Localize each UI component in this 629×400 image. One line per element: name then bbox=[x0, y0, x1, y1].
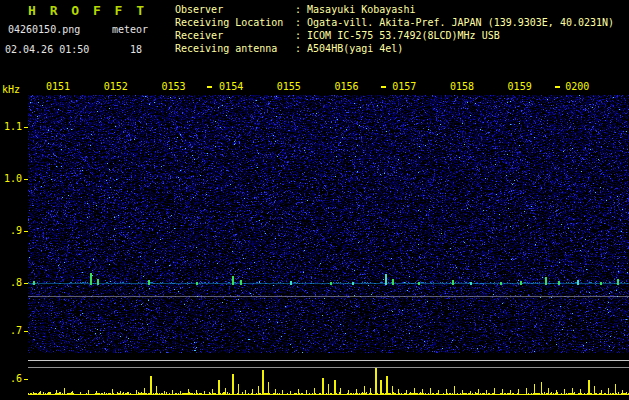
station-separator: : bbox=[295, 4, 307, 15]
station-info: Observer: Masayuki KobayashiReceiving Lo… bbox=[175, 3, 614, 55]
time-tick bbox=[555, 86, 560, 88]
time-label: 0151 bbox=[46, 81, 70, 92]
freq-label: 1.1 bbox=[0, 121, 22, 132]
meteor-count: 18 bbox=[130, 44, 142, 55]
station-separator: : bbox=[295, 30, 307, 41]
spectrogram-canvas bbox=[28, 95, 629, 400]
time-label: 0154 bbox=[219, 81, 243, 92]
frequency-axis: kHz 1.11.0.9.8.7.6 bbox=[0, 0, 28, 400]
mode-label: meteor bbox=[112, 24, 148, 35]
freq-label: 1.0 bbox=[0, 173, 22, 184]
station-label: Observer bbox=[175, 3, 295, 16]
station-label: Receiving antenna bbox=[175, 42, 295, 55]
station-value: A504HB(yagi 4el) bbox=[307, 43, 403, 54]
freq-label: .8 bbox=[0, 277, 22, 288]
app-logo: H R O F F T bbox=[28, 3, 147, 18]
freq-label: .9 bbox=[0, 225, 22, 236]
station-separator: : bbox=[295, 43, 307, 54]
time-label: 0153 bbox=[161, 81, 185, 92]
time-label: 0200 bbox=[565, 81, 589, 92]
time-label: 0159 bbox=[508, 81, 532, 92]
time-label: 0157 bbox=[392, 81, 416, 92]
freq-unit-label: kHz bbox=[2, 84, 20, 95]
station-value: ICOM IC-575 53.7492(8LCD)MHz USB bbox=[307, 30, 500, 41]
time-tick bbox=[381, 86, 386, 88]
station-value: Ogata-vill. Akita-Pref. JAPAN (139.9303E… bbox=[307, 17, 614, 28]
freq-label: .6 bbox=[0, 373, 22, 384]
station-row: Observer: Masayuki Kobayashi bbox=[175, 3, 614, 16]
time-label: 0155 bbox=[277, 81, 301, 92]
time-label: 0158 bbox=[450, 81, 474, 92]
station-label: Receiver bbox=[175, 29, 295, 42]
station-separator: : bbox=[295, 17, 307, 28]
time-label: 0152 bbox=[104, 81, 128, 92]
station-row: Receiver: ICOM IC-575 53.7492(8LCD)MHz U… bbox=[175, 29, 614, 42]
time-axis: 0151015201530154015501560157015801590200 bbox=[0, 81, 629, 95]
station-row: Receiving antenna: A504HB(yagi 4el) bbox=[175, 42, 614, 55]
hrofft-output: H R O F F T 04260150.png meteor 02.04.26… bbox=[0, 0, 629, 400]
freq-label: .7 bbox=[0, 325, 22, 336]
time-label: 0156 bbox=[335, 81, 359, 92]
station-row: Receiving Location: Ogata-vill. Akita-Pr… bbox=[175, 16, 614, 29]
station-label: Receiving Location bbox=[175, 16, 295, 29]
station-value: Masayuki Kobayashi bbox=[307, 4, 415, 15]
time-tick bbox=[207, 86, 212, 88]
